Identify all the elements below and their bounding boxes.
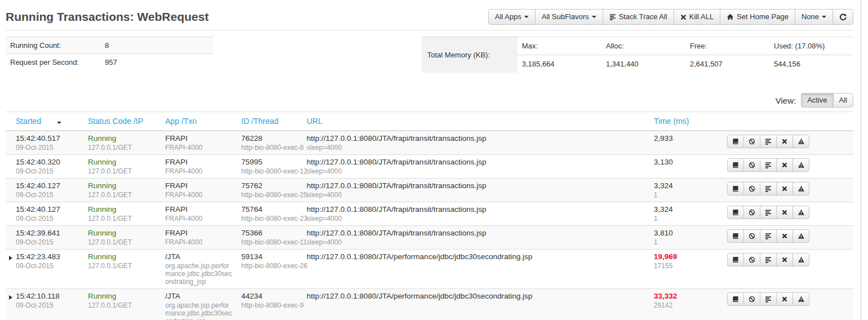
stack-trace-icon <box>765 233 772 239</box>
details-button[interactable] <box>727 135 744 148</box>
home-icon <box>727 14 734 20</box>
table-row: 15:42:10.118 09-Oct-2015 Running 127.0.0… <box>6 289 853 320</box>
stack-trace-button[interactable] <box>760 135 777 148</box>
kill-button[interactable] <box>776 135 793 148</box>
details-button[interactable] <box>727 292 744 306</box>
app-name: /JTA <box>165 292 180 300</box>
app-name: /JTA <box>165 252 180 261</box>
ban-button[interactable] <box>743 292 760 306</box>
refresh-mode-dropdown[interactable]: None <box>795 9 833 25</box>
alert-button[interactable] <box>792 292 809 306</box>
ip-method: 127.0.0.1/GET <box>88 191 156 199</box>
kill-button[interactable] <box>776 292 793 306</box>
app-cell: FRAPI FRAPI-4000 <box>161 131 237 155</box>
alert-button[interactable] <box>792 229 809 243</box>
alert-button[interactable] <box>792 158 809 172</box>
alert-button[interactable] <box>792 135 809 148</box>
stack-trace-button[interactable] <box>760 158 777 172</box>
details-button[interactable] <box>727 253 744 266</box>
ban-button[interactable] <box>743 253 760 266</box>
stack-trace-button[interactable] <box>760 182 777 195</box>
transaction-id: 75366 <box>241 229 263 237</box>
refresh-button[interactable] <box>832 9 853 25</box>
kill-button[interactable] <box>776 182 793 195</box>
row-actions-group <box>727 253 809 266</box>
details-button[interactable] <box>727 206 744 219</box>
set-home-page-button[interactable]: Set Home Page <box>720 9 795 25</box>
view-all-button[interactable]: All <box>833 93 853 108</box>
book-icon <box>732 296 739 303</box>
stack-trace-icon <box>765 138 772 145</box>
status-value: Running <box>88 134 116 143</box>
ban-button[interactable] <box>743 182 760 195</box>
kill-button[interactable] <box>776 229 793 243</box>
memory-alloc-value: 1,341,440 <box>601 55 685 73</box>
details-button[interactable] <box>727 182 744 195</box>
time-sub-value: 29142 <box>654 301 718 309</box>
kill-button[interactable] <box>776 253 793 266</box>
kill-icon <box>782 257 787 263</box>
kill-button[interactable] <box>776 206 793 219</box>
expand-row-icon[interactable] <box>9 256 12 260</box>
ban-button[interactable] <box>743 158 760 172</box>
actions-cell <box>723 155 853 179</box>
column-header-status[interactable]: Status Code /IP <box>83 112 161 131</box>
thread-name: http-bio-8080-exec-12 <box>241 167 302 175</box>
all-subflavors-dropdown[interactable]: All SubFlavors <box>535 9 603 25</box>
running-count-value: 8 <box>105 41 109 50</box>
transactions-table: Started Status Code /IP App /Txn ID /Thr… <box>6 112 853 320</box>
actions-cell <box>723 131 853 155</box>
kill-all-button[interactable]: Kill ALL <box>674 9 720 25</box>
row-actions-group <box>727 182 809 195</box>
view-toggle: Active All <box>801 93 853 108</box>
stack-trace-all-button[interactable]: Stack Trace All <box>603 9 674 25</box>
top-toolbar: All Apps All SubFlavors Stack Trace All … <box>488 9 853 25</box>
alert-icon <box>798 162 805 168</box>
started-cell: 15:42:23.483 09-Oct-2015 <box>6 250 83 289</box>
id-cell: 44234 http-bio-8080-exec-9 <box>237 289 302 320</box>
started-date: 09-Oct-2015 <box>16 301 79 309</box>
kill-button[interactable] <box>776 158 793 172</box>
expand-row-icon[interactable] <box>9 295 12 300</box>
stack-trace-button[interactable] <box>760 206 777 219</box>
view-active-button[interactable]: Active <box>801 93 833 108</box>
stack-trace-button[interactable] <box>760 292 777 306</box>
stack-trace-icon <box>765 185 772 192</box>
alert-button[interactable] <box>792 253 809 266</box>
app-name: FRAPI <box>165 229 188 237</box>
memory-columns: Max: Alloc: Free: Used: (17.08%) 3,185,6… <box>517 37 853 73</box>
all-apps-dropdown[interactable]: All Apps <box>488 9 535 25</box>
details-button[interactable] <box>727 229 744 243</box>
column-header-started[interactable]: Started <box>6 112 83 131</box>
alert-button[interactable] <box>792 206 809 219</box>
kill-icon <box>782 162 787 168</box>
scrollbar[interactable] <box>861 0 868 320</box>
column-header-url[interactable]: URL <box>302 112 649 131</box>
app-name: FRAPI <box>165 205 188 214</box>
ban-button[interactable] <box>743 206 760 219</box>
ip-method: 127.0.0.1/GET <box>88 167 156 175</box>
ban-button[interactable] <box>743 135 760 148</box>
stack-trace-all-label: Stack Trace All <box>619 12 667 21</box>
stack-trace-button[interactable] <box>760 229 777 243</box>
column-header-id[interactable]: ID /Thread <box>237 112 302 131</box>
transactions-table-body: 15:42:40.517 09-Oct-2015 Running 127.0.0… <box>6 131 853 320</box>
txn-name: org.apache.jsp.performance.jdbc.jdbc30se… <box>165 262 232 286</box>
request-per-second-row: Request per Second: 957 <box>6 54 213 70</box>
all-apps-label: All Apps <box>495 12 521 21</box>
alert-icon <box>798 233 805 239</box>
alert-button[interactable] <box>792 182 809 195</box>
ban-button[interactable] <box>743 229 760 243</box>
time-cell: 3,810 1 <box>649 226 723 250</box>
column-header-app[interactable]: App /Txn <box>161 112 237 131</box>
url-cell: http://127.0.0.1:8080/JTA/performance/jd… <box>302 289 649 320</box>
txn-name: org.apache.jsp.performance.jdbc.jdbc30se… <box>165 301 232 320</box>
page-header: Running Transactions: WebRequest All App… <box>6 5 853 30</box>
stack-trace-button[interactable] <box>760 253 777 266</box>
details-button[interactable] <box>727 158 744 172</box>
column-header-time[interactable]: Time (ms) <box>649 112 723 131</box>
started-cell: 15:42:40.517 09-Oct-2015 <box>6 131 83 155</box>
status-cell: Running 127.0.0.1/GET <box>83 289 161 320</box>
url-cell: http://127.0.0.1:8080/JTA/frapi/transit/… <box>302 179 649 202</box>
table-row: 15:42:40.320 09-Oct-2015 Running 127.0.0… <box>6 155 853 179</box>
